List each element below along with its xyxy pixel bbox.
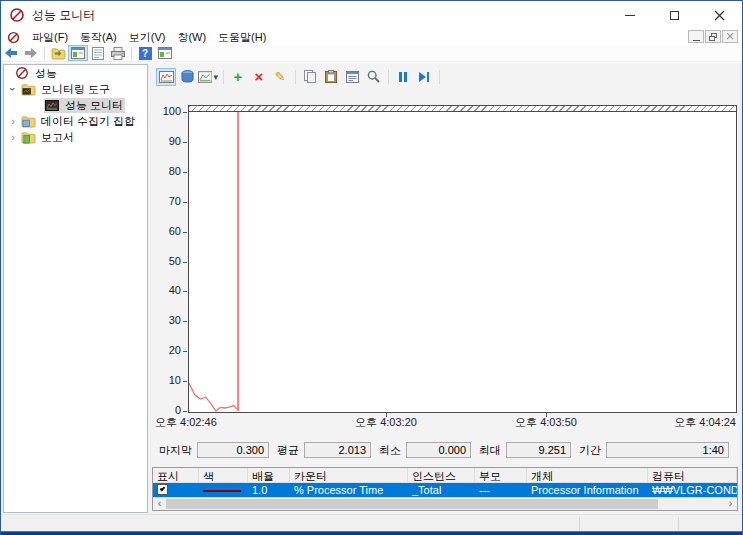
status-bar (1, 514, 742, 531)
export-folder-button[interactable] (48, 45, 68, 61)
close-icon (714, 10, 725, 21)
sidebar-item-reports[interactable]: › 보고서 (4, 129, 147, 145)
window-title: 성능 모니터 (32, 7, 95, 24)
menu-window[interactable]: 창(W) (171, 29, 212, 46)
x-axis-labels: 오후 4:02:46 오후 4:03:20 오후 4:03:50 오후 4:04… (151, 415, 737, 429)
copy-properties-button[interactable] (300, 68, 320, 86)
export-folder-icon (51, 47, 66, 60)
sidebar-item-label: 데이터 수집기 집합 (39, 114, 137, 129)
update-data-button[interactable] (414, 68, 434, 86)
chart-plot-area[interactable] (188, 105, 737, 413)
column-header-counter[interactable]: 카운터 (290, 468, 408, 482)
maximize-button[interactable] (652, 1, 697, 29)
series-line (189, 383, 238, 411)
menu-file[interactable]: 파일(F) (26, 29, 74, 46)
menu-help[interactable]: 도움말(H) (212, 29, 272, 46)
mdi-restore-button[interactable] (705, 30, 721, 43)
pause-icon (399, 72, 407, 82)
column-header-object[interactable]: 개체 (527, 468, 648, 482)
y-axis-label: 90 (151, 135, 181, 147)
paste-clipboard-icon (325, 70, 337, 83)
stats-bar: 마지막 0.300 평균 2.013 최소 0.000 최대 9.251 기간 … (151, 439, 738, 461)
minimize-icon (625, 15, 635, 16)
change-graph-type-button[interactable]: ▾ (198, 68, 218, 86)
content-area: 성능 › 모니터링 도구 (1, 63, 742, 514)
y-axis-label: 40 (151, 284, 181, 296)
highlight-button[interactable]: ✎ (270, 68, 290, 86)
counter-color-cell (199, 484, 248, 496)
chevron-collapsed-icon[interactable]: › (6, 132, 20, 142)
properties-page-button[interactable] (88, 45, 108, 61)
chevron-expanded-icon[interactable]: › (8, 82, 18, 96)
window-bottom-border (1, 531, 742, 535)
forward-icon (24, 47, 38, 59)
close-button[interactable] (697, 1, 742, 29)
new-console-window-button[interactable] (155, 45, 175, 61)
sidebar-item-data-collector-sets[interactable]: › 데이터 수집기 집합 (4, 113, 147, 129)
step-forward-icon (419, 72, 429, 82)
stat-average-label: 평균 (277, 443, 299, 458)
menu-bar: 파일(F) 동작(A) 보기(V) 창(W) 도움말(H) (1, 29, 742, 45)
sidebar-item-performance[interactable]: 성능 (4, 65, 147, 81)
properties-page-icon (92, 47, 104, 60)
column-header-computer[interactable]: 컴퓨터 (648, 468, 737, 482)
mdi-close-icon (727, 33, 734, 40)
zoom-button[interactable] (363, 68, 383, 86)
scroll-right-arrow[interactable]: › (724, 498, 737, 510)
toolbar-separator (131, 47, 132, 60)
chevron-collapsed-icon[interactable]: › (6, 116, 20, 126)
minimize-button[interactable] (607, 1, 652, 29)
scroll-left-arrow[interactable]: ‹ (153, 498, 166, 510)
counter-color-sample (203, 490, 241, 492)
back-button[interactable] (1, 45, 21, 61)
counter-name-cell: % Processor Time (290, 484, 408, 496)
y-axis-label: 30 (151, 314, 181, 326)
mdi-close-button[interactable] (722, 30, 738, 43)
title-bar: 성능 모니터 (1, 1, 742, 29)
y-axis-label: 70 (151, 195, 181, 207)
data-collector-folder-icon (20, 114, 36, 128)
y-axis-tick (183, 232, 187, 233)
maximize-icon (670, 11, 679, 20)
stat-maximum-value: 9.251 (506, 442, 571, 458)
chevron-down-icon[interactable]: ▾ (213, 72, 218, 82)
freeze-display-button[interactable] (393, 68, 413, 86)
y-axis-tick (183, 351, 187, 352)
add-counter-button[interactable]: + (228, 68, 248, 86)
scrollbar-thumb[interactable] (166, 499, 658, 509)
show-checkbox[interactable] (157, 484, 168, 495)
print-button[interactable] (108, 45, 128, 61)
y-axis-tick (183, 381, 187, 382)
chart-toolbar: ▾ + × ✎ (151, 63, 739, 90)
performance-monitor-window: 성능 모니터 파일(F) 동작(A) 보기(V) 창(W) 도움말(H) (0, 0, 743, 535)
y-axis-label: 20 (151, 344, 181, 356)
sidebar-item-performance-monitor[interactable]: 성능 모니터 (4, 97, 147, 113)
forward-button[interactable] (21, 45, 41, 61)
menu-action[interactable]: 동작(A) (74, 29, 123, 46)
counter-row-selected[interactable]: 1.0 % Processor Time _Total --- Processo… (153, 483, 737, 497)
menu-view[interactable]: 보기(V) (123, 29, 172, 46)
y-axis-label: 10 (151, 374, 181, 386)
paste-counter-list-button[interactable] (321, 68, 341, 86)
counter-scale-cell: 1.0 (248, 484, 290, 496)
column-header-scale[interactable]: 배율 (248, 468, 290, 482)
y-axis-tick (183, 172, 187, 173)
counter-list: 표시 색 배율 카운터 인스턴스 부모 개체 컴퓨터 1.0 (152, 467, 738, 511)
column-header-show[interactable]: 표시 (153, 468, 199, 482)
x-axis-label: 오후 4:03:50 (496, 415, 596, 430)
properties-button[interactable] (342, 68, 362, 86)
sidebar-item-monitoring-tools[interactable]: › 모니터링 도구 (4, 81, 147, 97)
show-hide-console-tree-button[interactable] (68, 45, 88, 61)
counter-instance-cell: _Total (408, 484, 475, 496)
toolbar-separator (388, 70, 389, 84)
help-button[interactable]: ? (135, 45, 155, 61)
column-header-color[interactable]: 색 (199, 468, 248, 482)
y-axis-tick (183, 321, 187, 322)
mdi-minimize-button[interactable] (688, 30, 704, 43)
reports-folder-icon (20, 130, 36, 144)
column-header-parent[interactable]: 부모 (475, 468, 527, 482)
column-header-instance[interactable]: 인스턴스 (408, 468, 475, 482)
horizontal-scrollbar[interactable]: ‹ › (153, 497, 737, 510)
delete-counter-button[interactable]: × (249, 68, 269, 86)
counter-show-cell (153, 484, 199, 497)
